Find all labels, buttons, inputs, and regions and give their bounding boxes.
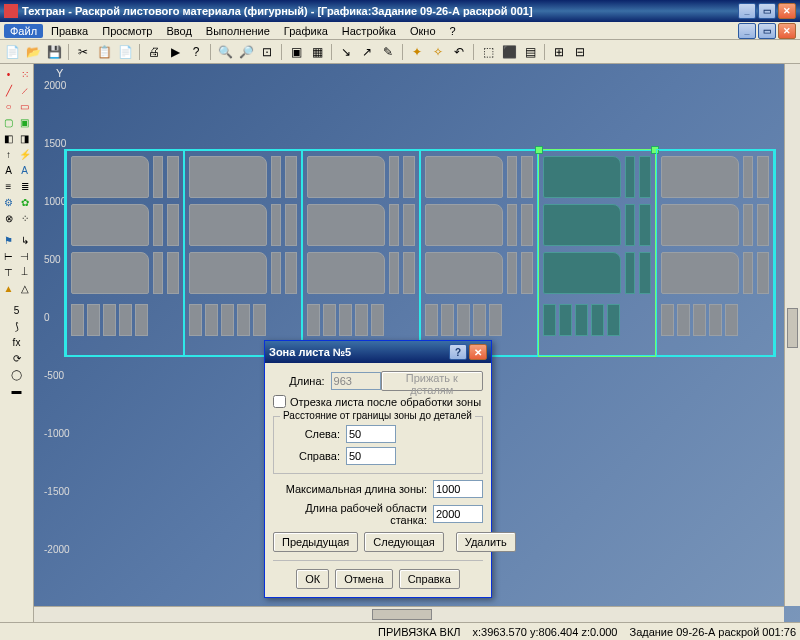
nest2-icon[interactable]: ⬛: [500, 43, 518, 61]
minimize-button[interactable]: _: [738, 3, 756, 19]
window-icon[interactable]: ▣: [287, 43, 305, 61]
nested-part[interactable]: [355, 304, 368, 336]
tool-layer-icon[interactable]: ≡: [1, 178, 17, 194]
nest-icon[interactable]: ⬚: [479, 43, 497, 61]
menu-exec[interactable]: Выполнение: [200, 24, 276, 38]
tool-v1-icon[interactable]: ⊤: [1, 264, 17, 280]
menu-file[interactable]: Файл: [4, 24, 43, 38]
nested-part[interactable]: [237, 304, 250, 336]
nested-part[interactable]: [285, 156, 297, 198]
nested-part[interactable]: [167, 156, 179, 198]
nested-part[interactable]: [757, 156, 769, 198]
delete-button[interactable]: Удалить: [456, 532, 516, 552]
nested-part[interactable]: [639, 252, 651, 294]
maximize-button[interactable]: ▭: [758, 3, 776, 19]
nested-part[interactable]: [87, 304, 100, 336]
cut-after-checkbox[interactable]: Отрезка листа после обработки зоны: [273, 395, 483, 408]
nested-part[interactable]: [403, 204, 415, 246]
tool-p1-icon[interactable]: ▲: [1, 280, 17, 296]
nested-part[interactable]: [307, 252, 385, 294]
nested-part[interactable]: [389, 252, 399, 294]
nested-part[interactable]: [489, 304, 502, 336]
paste-icon[interactable]: 📄: [116, 43, 134, 61]
nested-part[interactable]: [425, 156, 503, 198]
copy-icon[interactable]: 📋: [95, 43, 113, 61]
nested-part[interactable]: [425, 304, 438, 336]
nested-part[interactable]: [189, 252, 267, 294]
nested-part[interactable]: [441, 304, 454, 336]
nested-part[interactable]: [709, 304, 722, 336]
grid-icon[interactable]: ⊞: [550, 43, 568, 61]
tool-text-icon[interactable]: A: [1, 162, 17, 178]
nested-part[interactable]: [371, 304, 384, 336]
tool-circle-icon[interactable]: ○: [1, 98, 17, 114]
nested-part[interactable]: [253, 304, 266, 336]
help-button[interactable]: Справка: [399, 569, 460, 589]
tool-x-icon[interactable]: ⊗: [1, 210, 17, 226]
sheet-outline[interactable]: [64, 149, 776, 357]
scrollbar-horizontal[interactable]: [34, 606, 784, 622]
nested-part[interactable]: [543, 156, 621, 198]
nested-part[interactable]: [661, 156, 739, 198]
tool-contour-icon[interactable]: ▢: [1, 114, 17, 130]
maxlen-input[interactable]: [433, 480, 483, 498]
nested-part[interactable]: [153, 204, 163, 246]
nested-part[interactable]: [339, 304, 352, 336]
nested-part[interactable]: [507, 252, 517, 294]
tool-line2-icon[interactable]: ⟋: [17, 82, 33, 98]
nested-part[interactable]: [725, 304, 738, 336]
nested-part[interactable]: [543, 204, 621, 246]
nested-part[interactable]: [743, 252, 753, 294]
nested-part[interactable]: [189, 304, 202, 336]
nested-part[interactable]: [743, 204, 753, 246]
tool-point-icon[interactable]: •: [1, 66, 17, 82]
nested-part[interactable]: [221, 304, 234, 336]
nested-part[interactable]: [71, 304, 84, 336]
nested-part[interactable]: [389, 156, 399, 198]
tool-gear2-icon[interactable]: ✿: [17, 194, 33, 210]
worklen-input[interactable]: [433, 505, 483, 523]
nested-part[interactable]: [639, 204, 651, 246]
tool-5-icon[interactable]: 5: [9, 302, 25, 318]
zone-3[interactable]: [302, 149, 420, 357]
nested-part[interactable]: [167, 252, 179, 294]
nested-part[interactable]: [425, 252, 503, 294]
tool-line-icon[interactable]: ╱: [1, 82, 17, 98]
nested-part[interactable]: [135, 304, 148, 336]
star-icon[interactable]: ✦: [408, 43, 426, 61]
nested-part[interactable]: [271, 204, 281, 246]
tool-circ-icon[interactable]: ◯: [9, 366, 25, 382]
nested-part[interactable]: [639, 156, 651, 198]
doc-minimize-button[interactable]: _: [738, 23, 756, 39]
nested-part[interactable]: [403, 156, 415, 198]
nested-part[interactable]: [661, 304, 674, 336]
tool-sp-icon[interactable]: ⟳: [9, 350, 25, 366]
nested-part[interactable]: [71, 204, 149, 246]
grid2-icon[interactable]: ⊟: [571, 43, 589, 61]
dialog-close-button[interactable]: ✕: [469, 344, 487, 360]
nested-part[interactable]: [307, 304, 320, 336]
tool-fill-icon[interactable]: ▣: [17, 114, 33, 130]
tool-a-icon[interactable]: ↘: [337, 43, 355, 61]
nested-part[interactable]: [167, 204, 179, 246]
menu-view[interactable]: Просмотр: [96, 24, 158, 38]
nested-part[interactable]: [285, 204, 297, 246]
print-icon[interactable]: 🖨: [145, 43, 163, 61]
tool-bar-icon[interactable]: ▬: [9, 382, 25, 398]
nested-part[interactable]: [271, 252, 281, 294]
nested-part[interactable]: [307, 204, 385, 246]
nested-part[interactable]: [71, 252, 149, 294]
nested-part[interactable]: [575, 304, 588, 336]
nested-part[interactable]: [307, 156, 385, 198]
right-input[interactable]: [346, 447, 396, 465]
menu-graphics[interactable]: Графика: [278, 24, 334, 38]
nested-part[interactable]: [661, 204, 739, 246]
tool-s-icon[interactable]: ⟆: [9, 318, 25, 334]
nested-part[interactable]: [743, 156, 753, 198]
zoom-fit-icon[interactable]: ⊡: [258, 43, 276, 61]
nested-part[interactable]: [473, 304, 486, 336]
nested-part[interactable]: [205, 304, 218, 336]
tool-p2-icon[interactable]: △: [17, 280, 33, 296]
tool-dots-icon[interactable]: ⁘: [17, 210, 33, 226]
prev-button[interactable]: Предыдущая: [273, 532, 358, 552]
